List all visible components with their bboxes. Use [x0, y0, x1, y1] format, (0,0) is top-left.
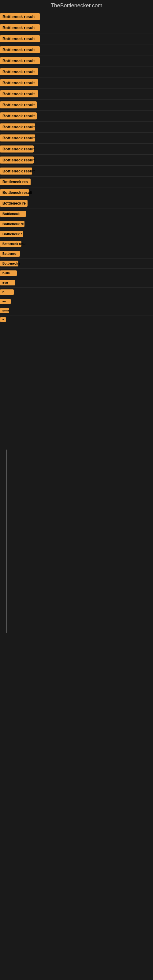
list-item: Bottleneck result [0, 111, 153, 122]
list-item: Bottleneck result [0, 155, 153, 166]
bottleneck-badge: Bottleneck result [0, 189, 29, 196]
list-item: Bo [0, 297, 153, 306]
bottleneck-badge: Bottleneck result [0, 46, 40, 53]
chart-axis [6, 450, 7, 633]
list-item: Bott [0, 278, 153, 288]
list-item: Bottleneck result [0, 33, 153, 45]
list-item: Bottleneck r [0, 229, 153, 239]
empty-space [0, 324, 153, 447]
list-item: Bottleneck result [0, 45, 153, 56]
bottleneck-badge: Bottleneck [0, 211, 26, 217]
bottleneck-badge: Bottleneck result [0, 156, 33, 164]
list-item: Bottleneck r [0, 259, 153, 269]
list-item: Bottleneck result [0, 166, 153, 177]
bottleneck-badge: Bottleneck r [0, 231, 23, 237]
list-item: Bottleneck result [0, 22, 153, 33]
list-item: Bottleneck result [0, 78, 153, 89]
list-item: Bottleneck result [0, 89, 153, 100]
bottleneck-badge: Bottleneck res [0, 178, 30, 185]
list-item: Bottleneck re [0, 219, 153, 229]
bottleneck-badge: Bottleneck result [0, 57, 40, 64]
list-item: Bottleneck result [0, 100, 153, 111]
list-item: B [0, 288, 153, 297]
bottleneck-badge: Bottleneck re [0, 221, 24, 227]
bottleneck-badge: Bottleneck result [0, 112, 37, 119]
list-item: Bottleneck resu [0, 239, 153, 249]
list-item: Bottleneck result [0, 11, 153, 22]
list-item: Bottleneck res [0, 177, 153, 188]
bottleneck-badge: Bottleneck re [0, 200, 27, 207]
bottleneck-badge: Bottleneck result [0, 13, 40, 20]
list-item: Bottleneck result [0, 122, 153, 133]
list-item: Bottleneck result [0, 188, 153, 198]
bottleneck-badge: B [0, 290, 14, 295]
bottleneck-badge: Bottleneck result [0, 145, 33, 153]
bottleneck-badge: Bottleneck result [0, 79, 38, 86]
chart-area [6, 450, 147, 633]
bottleneck-badge: Bott [0, 280, 15, 285]
list-item: Bottleneck result [0, 56, 153, 67]
bottleneck-badge: B [0, 317, 6, 322]
bottleneck-badge: Bottle [0, 308, 9, 313]
bottleneck-badge: Bo [0, 299, 11, 304]
list-item: B [0, 315, 153, 324]
site-title: TheBottlenecker.com [0, 0, 153, 11]
list-item: Bottle [0, 306, 153, 315]
list-item: Bottleneck re [0, 198, 153, 209]
bottleneck-badge: Bottleneck r [0, 261, 18, 266]
bottleneck-badge: Bottleneck result [0, 101, 37, 108]
bottleneck-badge: Bottleneck result [0, 90, 38, 97]
list-item: Bottle [0, 269, 153, 278]
bottleneck-badge: Bottlenec [0, 251, 20, 257]
list-item: Bottlenec [0, 249, 153, 259]
bottleneck-badge: Bottleneck result [0, 35, 40, 42]
bottleneck-badge: Bottle [0, 270, 17, 276]
bottleneck-badge: Bottleneck result [0, 123, 35, 130]
list-item: Bottleneck result [0, 144, 153, 155]
bottleneck-badge: Bottleneck result [0, 134, 35, 142]
list-item: Bottleneck result [0, 67, 153, 78]
bottleneck-badge: Bottleneck result [0, 24, 40, 31]
bottleneck-badge: Bottleneck result [0, 68, 38, 75]
bottleneck-list: Bottleneck resultBottleneck resultBottle… [0, 11, 153, 324]
bottleneck-badge: Bottleneck result [0, 167, 32, 175]
list-item: Bottleneck [0, 209, 153, 219]
list-item: Bottleneck result [0, 133, 153, 144]
bottleneck-badge: Bottleneck resu [0, 241, 21, 247]
